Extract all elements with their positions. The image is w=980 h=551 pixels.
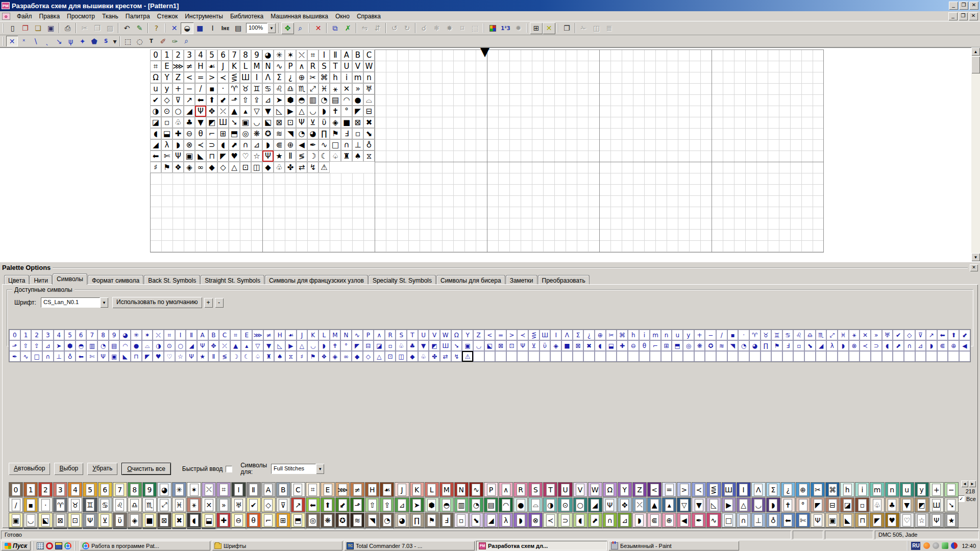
thread-color-cell[interactable]: ⊿ bbox=[395, 497, 409, 512]
symbol-cell[interactable] bbox=[782, 351, 794, 362]
symbol-cell[interactable]: ⬅ bbox=[937, 330, 948, 340]
thread-color-cell[interactable]: < bbox=[647, 482, 662, 497]
symbol-cell[interactable] bbox=[606, 351, 617, 362]
charmap-cell[interactable]: J bbox=[217, 61, 229, 72]
charmap-cell[interactable]: ◓ bbox=[296, 94, 307, 106]
thread-color-cell[interactable]: ◪ bbox=[840, 497, 854, 512]
thread-color-cell[interactable]: ⇧ bbox=[365, 497, 379, 512]
charmap-cell[interactable]: ⊡ bbox=[285, 117, 296, 128]
thread-color-cell[interactable]: ◔ bbox=[380, 513, 394, 528]
tab-specialty-st-symbols[interactable]: Specialty St. Symbols bbox=[369, 275, 436, 285]
thread-color-cell[interactable]: ° bbox=[796, 497, 810, 512]
symbol-cell[interactable]: ◖ bbox=[882, 340, 893, 351]
symbol-cell[interactable]: ⊡ bbox=[385, 351, 396, 362]
thread-color-cell[interactable]: ✕ bbox=[202, 497, 216, 512]
symbol-cell[interactable]: ▶ bbox=[285, 340, 297, 351]
symbol-cell[interactable]: i bbox=[639, 330, 650, 340]
symbol-cell[interactable]: ◔ bbox=[738, 340, 749, 351]
symbol-cell[interactable]: ∏ bbox=[761, 340, 772, 351]
charmap-cell[interactable]: ∧ bbox=[296, 61, 307, 72]
symbol-cell[interactable] bbox=[484, 351, 496, 362]
charmap-cell[interactable]: ¿ bbox=[285, 72, 296, 83]
charmap-cell[interactable]: ● bbox=[352, 94, 363, 106]
scroll-down-button[interactable]: ▼ bbox=[971, 253, 980, 261]
charmap-cell[interactable]: ⬊ bbox=[363, 128, 375, 139]
symbol-cell[interactable] bbox=[838, 351, 849, 362]
new-window-icon[interactable]: ❐ bbox=[560, 22, 573, 34]
symbol-cell[interactable] bbox=[915, 351, 926, 362]
symbol-cell[interactable]: Ⅰ bbox=[550, 330, 561, 340]
thread-color-cell[interactable]: ∿ bbox=[469, 482, 483, 497]
charmap-cell[interactable]: ⬆ bbox=[206, 94, 217, 106]
charmap-cell[interactable]: u bbox=[150, 83, 161, 94]
charmap-cell[interactable]: ⌗ bbox=[307, 49, 318, 61]
symbol-cell[interactable]: ∿ bbox=[352, 330, 363, 340]
charmap-cell[interactable]: Ψ bbox=[195, 106, 206, 117]
symbol-cell[interactable]: ▤ bbox=[109, 340, 120, 351]
charmap-cell[interactable]: ⊡ bbox=[240, 162, 251, 173]
thread-color-cell[interactable]: θ bbox=[247, 513, 261, 528]
delete-selection-icon[interactable]: ✕ bbox=[312, 22, 325, 34]
symbol-cell[interactable]: ▼ bbox=[418, 340, 429, 351]
symbol-cell[interactable]: ⇧ bbox=[20, 340, 32, 351]
charmap-cell[interactable]: ◇ bbox=[161, 94, 173, 106]
charmap-cell[interactable]: ◔ bbox=[318, 94, 330, 106]
thread-color-cell[interactable]: ♓ bbox=[172, 497, 186, 512]
symbol-cell[interactable]: M bbox=[330, 330, 341, 340]
symbol-cell[interactable] bbox=[937, 351, 948, 362]
charmap-cell[interactable]: ◑ bbox=[150, 106, 161, 117]
thread-color-cell[interactable]: ◈ bbox=[128, 513, 142, 528]
charmap-cell[interactable]: ∏ bbox=[318, 128, 330, 139]
thread-color-cell[interactable]: ♎ bbox=[128, 497, 142, 512]
mdi-document-icon[interactable]: ✿ bbox=[2, 13, 10, 20]
symbol-cell[interactable]: ♡ bbox=[164, 351, 175, 362]
save-pattern-icon[interactable]: ▣ bbox=[44, 22, 57, 34]
symbol-cell[interactable]: 0 bbox=[9, 330, 20, 340]
charmap-cell[interactable]: ↯ bbox=[307, 162, 318, 173]
symbol-cell[interactable]: ⬆ bbox=[948, 330, 959, 340]
thread-color-cell[interactable]: ✂ bbox=[811, 482, 825, 497]
thread-color-cell[interactable]: ⌐ bbox=[261, 513, 276, 528]
symbol-cell[interactable]: ⬈ bbox=[893, 340, 904, 351]
thread-color-cell[interactable]: ☙ bbox=[380, 482, 394, 497]
thread-color-cell[interactable]: △ bbox=[737, 497, 751, 512]
thread-color-cell[interactable]: 5 bbox=[83, 482, 97, 497]
symbol-cell[interactable] bbox=[761, 351, 772, 362]
thread-color-cell[interactable]: ⊥ bbox=[751, 513, 766, 528]
symbol-cell[interactable]: » bbox=[871, 330, 882, 340]
add-symbol-button[interactable]: + bbox=[204, 298, 213, 308]
thread-color-cell[interactable]: Ψ bbox=[83, 513, 97, 528]
thread-color-cell[interactable]: ✶ bbox=[187, 482, 201, 497]
thread-color-cell[interactable]: ♏ bbox=[142, 497, 157, 512]
charmap-cell[interactable]: Ш bbox=[217, 117, 229, 128]
symbol-cell[interactable]: ▲ bbox=[230, 340, 241, 351]
symbol-cell[interactable]: ✳ bbox=[131, 330, 142, 340]
thread-color-cell[interactable]: ◓ bbox=[439, 497, 454, 512]
thread-color-cell[interactable]: ∏ bbox=[410, 513, 424, 528]
symbol-cell[interactable]: ▽ bbox=[252, 340, 263, 351]
charmap-cell[interactable]: ⊃ bbox=[206, 139, 217, 151]
symbol-cell[interactable]: ◕ bbox=[119, 330, 131, 340]
charmap-cell[interactable]: Y bbox=[161, 72, 173, 83]
symbol-cell[interactable]: ▣ bbox=[109, 351, 120, 362]
view-backstitch-labels-icon[interactable]: Iʜᴇ bbox=[219, 22, 232, 34]
thread-color-cell[interactable]: ⤬ bbox=[202, 482, 216, 497]
clear-all-button[interactable]: Очистить все bbox=[121, 463, 171, 475]
thread-color-cell[interactable]: Ψ bbox=[811, 513, 825, 528]
symbol-cell[interactable]: h bbox=[628, 330, 639, 340]
thread-color-cell[interactable]: ¿ bbox=[781, 482, 795, 497]
symbol-cell[interactable] bbox=[540, 351, 551, 362]
tab-преобразовать[interactable]: Преобразовать bbox=[538, 275, 590, 285]
charmap-cell[interactable]: ◕ bbox=[307, 128, 318, 139]
symbol-cell[interactable]: > bbox=[506, 330, 518, 340]
symbol-cell[interactable]: Ψ bbox=[186, 351, 197, 362]
thread-color-cell[interactable]: Ⅎ bbox=[439, 513, 454, 528]
charmap-cell[interactable]: ♜ bbox=[341, 151, 352, 162]
tool-select-lasso-icon[interactable]: ◌ bbox=[134, 36, 145, 46]
charmap-cell[interactable]: ▶ bbox=[285, 106, 296, 117]
symbol-cell[interactable] bbox=[727, 351, 739, 362]
charmap-cell[interactable]: ◆ bbox=[206, 162, 217, 173]
charmap-cell[interactable]: ☽ bbox=[307, 151, 318, 162]
symbol-cell[interactable]: ◆ bbox=[407, 351, 418, 362]
symbol-cell[interactable]: ⬓ bbox=[606, 340, 617, 351]
